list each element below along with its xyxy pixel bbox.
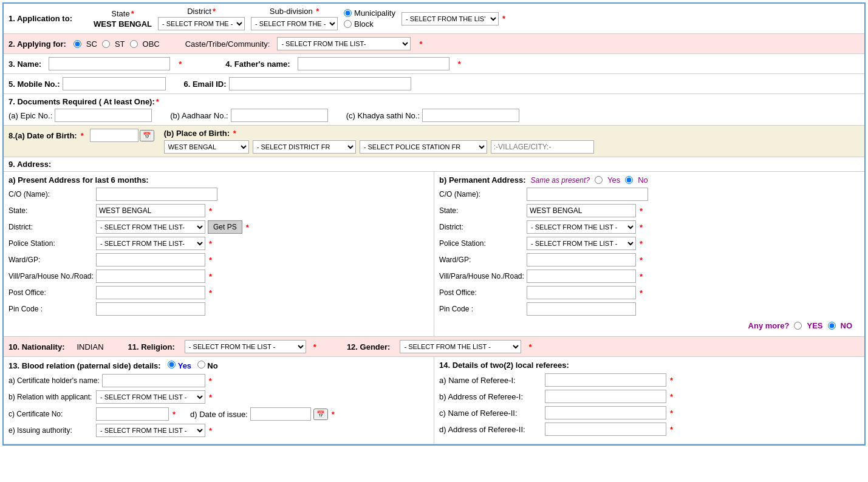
sc-radio[interactable] [73,40,81,48]
get-ps-button[interactable]: Get PS [208,220,242,234]
municipality-label: Municipality [354,8,395,18]
state-required: * [131,9,134,18]
sec7-required: * [156,97,159,106]
blood-yes-label: Yes [178,361,191,370]
sec10-label: 10. Nationality: [9,342,64,351]
perm-ps-select[interactable]: - SELECT FROM THE LIST - [527,237,636,250]
perm-co-input[interactable] [527,188,648,201]
any-more-yes-radio[interactable] [794,322,802,330]
date-issue-input[interactable] [250,407,311,421]
caste-required: * [419,39,422,49]
issuing-label: e) Issuing authority: [9,426,94,435]
perm-state-label: State: [439,206,524,215]
issuing-select[interactable]: - SELECT FROM THE LIST - [96,424,205,437]
obc-label: OBC [143,39,160,49]
district-select[interactable]: - SELECT FROM THE - [158,17,245,30]
ref2-addr-label: d) Address of Referee-II: [439,425,542,434]
present-vill-label: Vill/Para/House No./Road: [9,272,94,280]
perm-vill-input[interactable] [527,270,636,283]
name-input[interactable] [49,57,170,70]
dob-input[interactable] [90,129,138,142]
sec12-label: 12. Gender: [347,342,391,351]
perm-district-select[interactable]: - SELECT FROM THE LIST - [527,220,636,234]
present-post-label: Post Office: [9,288,94,297]
relation-select[interactable]: - SELECT FROM THE LIST - [96,390,205,404]
gender-select[interactable]: - SELECT FROM THE LIST - [400,340,521,353]
perm-district-req: * [640,223,643,232]
pob-ps-select[interactable]: - SELECT POLICE STATION FR [360,140,487,154]
municipality-radio[interactable] [344,9,352,17]
blood-no-label: No [207,361,217,370]
present-pin-input[interactable] [96,302,205,316]
sc-label: SC [86,39,97,49]
father-name-required: * [458,59,461,69]
any-more-no-radio[interactable] [828,322,836,330]
cert-holder-input[interactable] [102,374,205,387]
pob-label: (b) Place of Birth: [164,129,230,138]
perm-post-label: Post Office: [439,288,524,297]
religion-select[interactable]: - SELECT FROM THE LIST - [185,340,306,353]
perm-pin-input[interactable] [527,302,636,316]
perm-state-input[interactable] [527,204,636,217]
date-issue-req: * [332,410,335,419]
present-state-req: * [209,206,212,216]
same-yes-radio[interactable] [595,176,603,184]
cert-holder-label: a) Certificate holder's name: [9,376,100,385]
any-more-label: Any more? [748,321,790,330]
sec7-label: 7. Documents Required ( At least One): [9,97,155,106]
present-ps-select[interactable]: - SELECT FROM THE LIST- [96,237,205,250]
district-label: District* [187,7,216,16]
present-state-input[interactable] [96,204,205,217]
subdivision-select[interactable]: - SELECT FROM THE - [251,17,338,30]
email-input[interactable] [229,77,411,90]
mobile-input[interactable] [63,77,166,90]
khadya-input[interactable] [422,109,519,122]
present-co-input[interactable] [96,188,217,201]
perm-ward-input[interactable] [527,253,636,266]
date-issue-label: d) Date of issue: [190,410,248,419]
perm-ps-label: Police Station: [439,239,524,248]
st-radio[interactable] [102,40,110,48]
block-radio[interactable] [344,20,352,28]
perm-district-label: District: [439,223,524,231]
ref2-addr-input[interactable] [545,423,666,436]
aadhaar-input[interactable] [231,109,328,122]
date-calendar-btn[interactable]: 📅 [313,409,328,420]
relation-label: b) Relation with applicant: [9,393,94,401]
pob-state-select[interactable]: WEST BENGAL [164,140,249,154]
gender-req: * [528,342,531,351]
caste-select[interactable]: - SELECT FROM THE LIST- [277,37,411,50]
same-no-radio[interactable] [625,176,633,184]
cert-no-input[interactable] [96,407,169,421]
present-ward-input[interactable] [96,253,205,266]
ref1-name-input[interactable] [545,373,666,387]
present-district-select[interactable]: - SELECT FROM THE LIST- [96,220,205,234]
present-co-label: C/O (Name): [9,190,94,199]
blood-yes-radio[interactable] [168,361,176,368]
obc-radio[interactable] [130,40,138,48]
name-required: * [179,59,182,69]
epic-input[interactable] [55,109,152,122]
sec5-label: 5. Mobile No.: [9,80,60,89]
present-post-input[interactable] [96,286,205,299]
ref2-name-input[interactable] [545,406,666,419]
father-name-input[interactable] [298,57,449,70]
ref1-addr-input[interactable] [545,390,666,403]
state-value: WEST BENGAL [94,19,152,29]
present-pin-label: Pin Code : [9,305,94,313]
nationality-value: INDIAN [77,342,103,351]
sec9-label: 9. Address: [9,160,51,169]
pob-village-input[interactable] [491,140,594,154]
sec2-label: 2. Applying for: [9,39,66,49]
dob-calendar-btn[interactable]: 📅 [140,130,154,141]
municipality-list-select[interactable]: - SELECT FROM THE LIS' [402,12,499,25]
pob-district-select[interactable]: - SELECT DISTRICT FR [253,140,356,154]
any-more-no-label: NO [841,321,853,330]
blood-no-radio[interactable] [197,361,205,368]
state-label: State* [111,9,134,18]
subdivision-label: Sub-division * [270,7,320,16]
perm-ward-label: Ward/GP: [439,256,524,264]
perm-post-input[interactable] [527,286,636,299]
present-vill-input[interactable] [96,270,205,283]
present-district-req: * [246,223,249,232]
